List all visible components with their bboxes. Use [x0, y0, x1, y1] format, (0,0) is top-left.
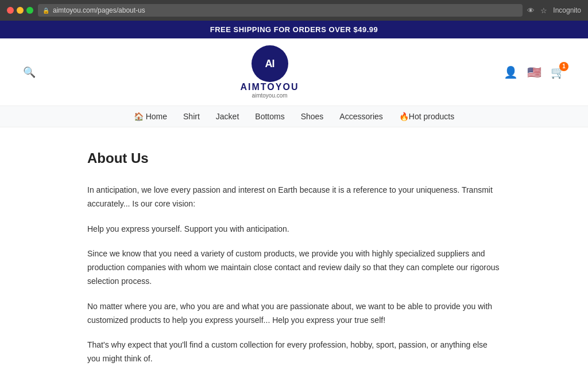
- nav-item-bottoms[interactable]: Bottoms: [255, 112, 284, 121]
- site-header: 🔍 AI AIMTOYOU aimtoyou.com 👤 🇺🇸 🛒 1: [0, 38, 588, 106]
- window-controls: [7, 7, 33, 14]
- nav-item-hot-products[interactable]: 🔥Hot products: [399, 112, 454, 121]
- nav-item-home[interactable]: 🏠 🏠 HomeHome: [134, 112, 167, 121]
- page-title: About Us: [87, 150, 501, 166]
- logo-name: AIMTOYOU: [241, 82, 299, 92]
- cart-badge: 1: [559, 62, 568, 71]
- bookmark-star-icon[interactable]: ☆: [540, 6, 547, 15]
- paragraph-3: Since we know that you need a variety of…: [87, 247, 501, 288]
- logo-letters: AI: [265, 58, 274, 70]
- main-nav: 🏠 🏠 HomeHome Shirt Jacket Bottoms Shoes …: [0, 106, 588, 127]
- minimize-dot[interactable]: [17, 7, 24, 14]
- header-right: 👤 🇺🇸 🛒 1: [504, 65, 565, 79]
- lock-icon: 🔒: [42, 7, 49, 14]
- logo-icon: AI: [252, 45, 288, 82]
- announcement-text: FREE SHIPPING FOR ORDERS OVER $49.99: [210, 25, 378, 34]
- url-text: aimtoyou.com/pages/about-us: [53, 6, 145, 14]
- paragraph-5: That's why expect that you'll find a cus…: [87, 338, 501, 366]
- main-content: About Us In anticipation, we love every …: [76, 127, 512, 378]
- incognito-label: Incognito: [553, 6, 581, 14]
- hot-products-label: Hot products: [409, 112, 454, 121]
- logo-tagline: aimtoyou.com: [252, 92, 287, 99]
- header-left: 🔍: [23, 66, 36, 79]
- address-bar[interactable]: 🔒 aimtoyou.com/pages/about-us: [38, 4, 523, 17]
- paragraph-2: Help you express yourself. Support you w…: [87, 223, 501, 236]
- browser-chrome: 🔒 aimtoyou.com/pages/about-us 👁 ☆ Incogn…: [0, 0, 588, 21]
- logo[interactable]: AI AIMTOYOU aimtoyou.com: [241, 45, 299, 99]
- announcement-bar: FREE SHIPPING FOR ORDERS OVER $49.99: [0, 21, 588, 38]
- maximize-dot[interactable]: [26, 7, 33, 14]
- nav-item-accessories[interactable]: Accessories: [339, 112, 382, 121]
- account-icon[interactable]: 👤: [504, 65, 518, 79]
- extension-icon: 👁: [527, 6, 535, 15]
- cart-icon[interactable]: 🛒 1: [551, 65, 565, 79]
- paragraph-4: No matter where you are, who you are and…: [87, 300, 501, 328]
- nav-item-jacket[interactable]: Jacket: [216, 112, 239, 121]
- close-dot[interactable]: [7, 7, 14, 14]
- language-flag[interactable]: 🇺🇸: [527, 65, 541, 79]
- paragraph-1: In anticipation, we love every passion a…: [87, 184, 501, 211]
- search-button[interactable]: 🔍: [23, 66, 36, 79]
- nav-item-shirt[interactable]: Shirt: [183, 112, 200, 121]
- nav-item-shoes[interactable]: Shoes: [301, 112, 324, 121]
- browser-actions: 👁 ☆ Incognito: [527, 6, 581, 15]
